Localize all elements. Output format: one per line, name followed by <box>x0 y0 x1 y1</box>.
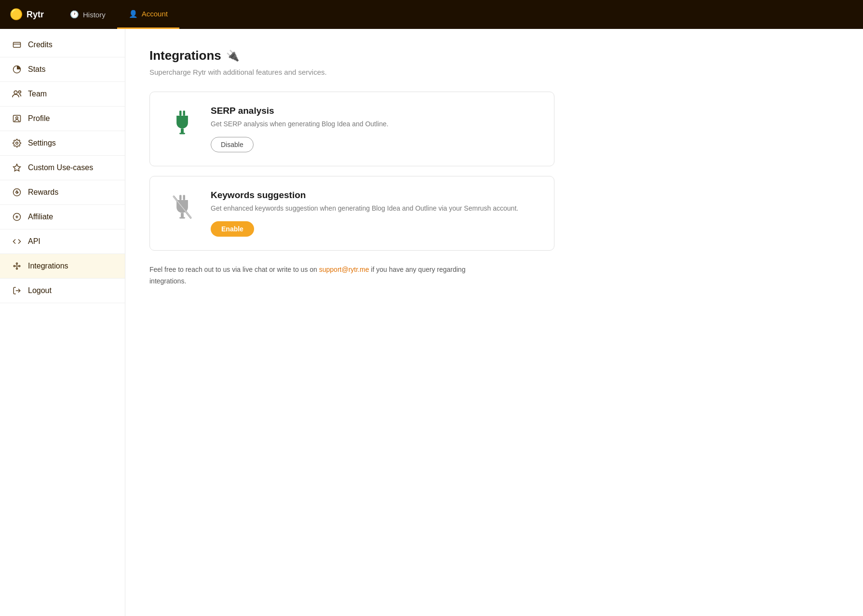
sidebar: Credits Stats Team Profile Settings <box>0 29 125 616</box>
rewards-icon <box>12 188 22 197</box>
svg-rect-21 <box>179 110 181 115</box>
sidebar-item-rewards[interactable]: Rewards <box>0 180 125 205</box>
integrations-icon <box>12 262 22 270</box>
profile-icon <box>12 114 22 123</box>
svg-point-4 <box>18 91 21 93</box>
nav-history-label: History <box>83 11 106 19</box>
sidebar-team-label: Team <box>28 90 47 98</box>
sidebar-item-affiliate[interactable]: Affiliate <box>0 205 125 229</box>
sidebar-item-custom-use-cases[interactable]: Custom Use-cases <box>0 156 125 180</box>
svg-rect-26 <box>183 195 185 200</box>
custom-use-cases-icon <box>12 163 22 172</box>
sidebar-item-logout[interactable]: Logout <box>0 279 125 303</box>
keywords-plug-icon <box>165 190 199 224</box>
serp-disable-button[interactable]: Disable <box>211 137 254 152</box>
svg-marker-8 <box>13 164 21 171</box>
keywords-enable-button[interactable]: Enable <box>211 221 254 237</box>
sidebar-item-team[interactable]: Team <box>0 82 125 107</box>
keywords-name: Keywords suggestion <box>211 190 539 201</box>
team-icon <box>12 90 22 98</box>
sidebar-item-integrations[interactable]: Integrations <box>0 254 125 279</box>
nav-history[interactable]: 🕐 History <box>58 0 117 29</box>
svg-rect-22 <box>183 110 185 115</box>
serp-description: Get SERP analysis when generating Blog I… <box>211 119 539 129</box>
sidebar-api-label: API <box>28 237 40 246</box>
footer-text-1: Feel free to reach out to us via live ch… <box>149 266 319 273</box>
integrations-bolt-icon: 🔌 <box>226 50 239 62</box>
logout-icon <box>12 286 22 295</box>
serp-name: SERP analysis <box>211 106 539 116</box>
sidebar-profile-label: Profile <box>28 114 50 123</box>
svg-point-7 <box>16 142 18 145</box>
sidebar-item-profile[interactable]: Profile <box>0 107 125 131</box>
svg-rect-0 <box>13 42 21 48</box>
logo-text: Rytr <box>27 10 44 20</box>
serp-plug-icon <box>165 106 199 139</box>
main-content: Integrations 🔌 Supercharge Rytr with add… <box>125 29 863 616</box>
sidebar-custom-label: Custom Use-cases <box>28 163 93 172</box>
sidebar-credits-label: Credits <box>28 40 53 49</box>
svg-rect-27 <box>181 213 184 218</box>
sidebar-affiliate-label: Affiliate <box>28 213 53 221</box>
logo-icon: 🟡 <box>10 8 23 21</box>
sidebar-item-api[interactable]: API <box>0 229 125 254</box>
stats-icon <box>12 65 22 74</box>
sidebar-stats-label: Stats <box>28 65 45 74</box>
sidebar-item-stats[interactable]: Stats <box>0 57 125 82</box>
svg-rect-25 <box>179 195 181 200</box>
serp-info: SERP analysis Get SERP analysis when gen… <box>211 106 539 152</box>
page-title: Integrations <box>149 48 221 63</box>
main-layout: Credits Stats Team Profile Settings <box>0 29 863 616</box>
svg-point-14 <box>19 266 20 267</box>
svg-point-13 <box>13 266 15 267</box>
nav-account[interactable]: 👤 Account <box>117 0 179 29</box>
affiliate-icon <box>12 213 22 221</box>
sidebar-logout-label: Logout <box>28 286 52 295</box>
sidebar-item-credits[interactable]: Credits <box>0 33 125 57</box>
svg-point-18 <box>16 268 18 269</box>
sidebar-settings-label: Settings <box>28 139 56 147</box>
footer-note: Feel free to reach out to us via live ch… <box>149 264 477 287</box>
sidebar-item-settings[interactable]: Settings <box>0 131 125 156</box>
top-navigation: 🟡 Rytr 🕐 History 👤 Account <box>0 0 863 29</box>
history-icon: 🕐 <box>70 10 79 19</box>
settings-icon <box>12 139 22 147</box>
svg-rect-24 <box>179 133 185 134</box>
nav-account-label: Account <box>142 10 168 18</box>
svg-point-16 <box>16 263 18 264</box>
svg-point-3 <box>14 91 17 94</box>
keywords-description: Get enhanced keywords suggestion when ge… <box>211 203 539 214</box>
svg-rect-23 <box>181 129 184 134</box>
sidebar-integrations-label: Integrations <box>28 262 68 270</box>
svg-point-6 <box>16 117 18 119</box>
logo[interactable]: 🟡 Rytr <box>10 8 54 21</box>
svg-rect-28 <box>179 217 185 219</box>
page-title-row: Integrations 🔌 <box>149 48 839 63</box>
sidebar-rewards-label: Rewards <box>28 188 58 197</box>
keywords-suggestion-card: Keywords suggestion Get enhanced keyword… <box>149 176 554 251</box>
serp-analysis-card: SERP analysis Get SERP analysis when gen… <box>149 92 554 166</box>
api-icon <box>12 237 22 246</box>
keywords-info: Keywords suggestion Get enhanced keyword… <box>211 190 539 237</box>
credits-icon <box>12 40 22 49</box>
account-person-icon: 👤 <box>129 10 138 18</box>
support-email-link[interactable]: support@rytr.me <box>319 266 369 273</box>
page-subtitle: Supercharge Rytr with additional feature… <box>149 68 839 76</box>
